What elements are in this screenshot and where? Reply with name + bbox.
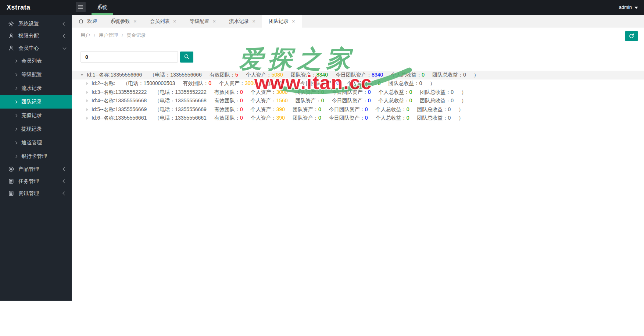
sidebar-subitem[interactable]: 提现记录: [0, 122, 72, 136]
record-value: 5: [235, 72, 238, 78]
chevron-left-icon: [63, 34, 67, 38]
record-field: 有效团队：0: [214, 106, 243, 113]
sidebar-item-label: 任务管理: [18, 178, 63, 185]
tab-label: 会员列表: [150, 18, 170, 25]
sidebar-item-label: 系统设置: [18, 21, 63, 27]
chevron-right-icon: [14, 141, 17, 144]
tab-团队记录[interactable]: 团队记录×: [262, 15, 302, 28]
breadcrumb-item[interactable]: 资金记录: [126, 32, 146, 39]
record-value: 0: [365, 115, 368, 121]
watermark-overlay: 爱探之家 www.itan.cc: [0, 0, 644, 336]
record-id-name: Id:3--名称:13355552222: [92, 89, 147, 96]
sidebar-subitem[interactable]: 会员列表: [0, 54, 72, 68]
sidebar-item[interactable]: 权限分配: [0, 30, 72, 42]
sidebar-subitem[interactable]: 银行卡管理: [0, 149, 72, 163]
record-phone: （电话：15000000503: [123, 80, 175, 87]
sidebar-item[interactable]: 资讯管理: [0, 187, 72, 199]
breadcrumb-bar: 用户/用户管理/资金记录: [72, 28, 644, 43]
record-value: 0: [422, 72, 425, 78]
team-record-row[interactable]: Id:1--名称:13355556666（电话：13355556666有效团队：…: [72, 71, 644, 79]
news-doc-icon: [8, 190, 14, 197]
chevron-left-icon: [63, 192, 67, 195]
record-value: 0: [451, 98, 454, 103]
search-input[interactable]: [80, 51, 178, 63]
record-value: 0: [463, 72, 466, 78]
record-field: 团队总收益：0: [432, 72, 466, 78]
record-value: 0: [336, 80, 339, 86]
tab-等级配置[interactable]: 等级配置×: [183, 15, 223, 28]
record-field: 有效团队：5: [210, 72, 238, 78]
tab-bar: 欢迎系统参数×会员列表×等级配置×流水记录×团队记录×: [72, 15, 644, 28]
breadcrumb-item[interactable]: 用户管理: [99, 32, 118, 39]
home-icon: [78, 18, 84, 24]
record-field: 团队总收益：0: [420, 98, 454, 104]
record-value: 0: [368, 89, 371, 95]
sidebar-item[interactable]: 任务管理: [0, 175, 72, 187]
team-record-row[interactable]: Id:3--名称:13355552222（电话：13355552222有效团队：…: [72, 88, 644, 97]
record-value: 390: [276, 115, 285, 121]
tree-expand-icon[interactable]: [86, 82, 88, 85]
record-value: 0: [451, 89, 454, 95]
user-dropdown[interactable]: admin: [619, 0, 638, 15]
tree-expand-icon[interactable]: [86, 99, 88, 102]
hamburger-menu-icon[interactable]: [76, 2, 86, 12]
tree-expand-icon[interactable]: [86, 91, 88, 94]
record-value: 0: [318, 106, 321, 112]
record-field: 有效团队：0: [183, 80, 211, 87]
sidebar-item[interactable]: 系统设置: [0, 18, 72, 30]
sidebar-subitem-label: 团队记录: [21, 99, 42, 105]
sidebar-subitem[interactable]: 充值记录: [0, 109, 72, 122]
sidebar-item[interactable]: 产品管理: [0, 163, 72, 175]
sidebar-subitem[interactable]: 团队记录: [0, 95, 72, 109]
record-field: 团队资产：0: [296, 89, 324, 96]
tree-expand-icon[interactable]: [86, 108, 88, 111]
search-button[interactable]: [180, 52, 193, 63]
header-nav-system[interactable]: 系统: [92, 0, 113, 15]
record-close-paren: ）: [430, 80, 435, 87]
record-field: 有效团队：0: [214, 98, 243, 104]
sidebar-subitem-label: 银行卡管理: [21, 153, 47, 160]
record-value: 0: [290, 80, 293, 86]
sidebar-subitem[interactable]: 通道管理: [0, 136, 72, 149]
close-icon[interactable]: ×: [173, 18, 176, 24]
record-value: 0: [208, 80, 211, 86]
record-field: 团队总收益：0: [389, 80, 422, 87]
sidebar-item[interactable]: 会员中心: [0, 42, 72, 54]
breadcrumb: 用户/用户管理/资金记录: [80, 28, 146, 43]
chevron-right-icon: [14, 86, 17, 89]
record-value: 5080: [272, 72, 283, 78]
refresh-button[interactable]: [625, 31, 638, 41]
record-value: 0: [409, 98, 412, 103]
breadcrumb-item[interactable]: 用户: [80, 32, 90, 39]
task-list-icon: [8, 178, 14, 184]
sidebar-subitem[interactable]: 等级配置: [0, 68, 72, 81]
team-record-row[interactable]: Id:2--名称:（电话：15000000503有效团队：0个人资产：3000团…: [72, 79, 644, 88]
record-field: 有效团队：0: [214, 89, 243, 96]
header-nav-label: 系统: [97, 4, 107, 10]
tab-label: 流水记录: [229, 18, 249, 25]
tab-流水记录[interactable]: 流水记录×: [222, 15, 262, 28]
record-phone: （电话：13355556669: [154, 106, 207, 113]
close-icon[interactable]: ×: [133, 18, 137, 24]
sidebar-subitem[interactable]: 流水记录: [0, 81, 72, 95]
tab-系统参数[interactable]: 系统参数×: [104, 15, 143, 28]
close-icon[interactable]: ×: [213, 18, 216, 24]
team-record-row[interactable]: Id:6--名称:13355556661（电话：13355556661有效团队：…: [72, 114, 644, 123]
tab-会员列表[interactable]: 会员列表×: [143, 15, 183, 28]
chevron-down-icon: [63, 46, 67, 49]
team-record-row[interactable]: Id:4--名称:13355556668（电话：13355556668有效团队：…: [72, 97, 644, 106]
close-icon[interactable]: ×: [252, 18, 255, 24]
tree-collapse-icon[interactable]: [80, 74, 83, 76]
tab-欢迎[interactable]: 欢迎: [72, 15, 104, 28]
record-close-paren: ）: [458, 115, 464, 121]
record-field: 个人总收益：0: [391, 72, 425, 78]
record-field: 团队总收益：0: [420, 89, 454, 96]
tree-expand-icon[interactable]: [86, 117, 88, 120]
record-value: 0: [240, 98, 243, 103]
record-field: 有效团队：0: [214, 115, 243, 121]
team-record-row[interactable]: Id:5--名称:13355556669（电话：13355556669有效团队：…: [72, 105, 644, 114]
close-icon[interactable]: ×: [292, 18, 295, 24]
refresh-icon: [629, 33, 634, 39]
record-field: 团队资产：0: [264, 80, 293, 87]
record-value: 0: [240, 89, 243, 95]
